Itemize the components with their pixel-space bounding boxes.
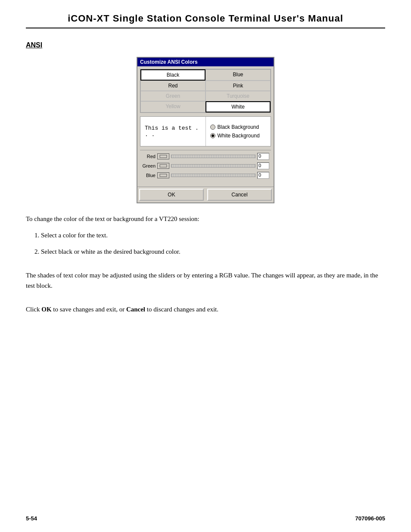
- green-label: Green: [142, 163, 156, 168]
- section-heading: ANSI: [26, 41, 385, 49]
- white-bg-option[interactable]: White Background: [210, 133, 267, 139]
- customize-ansi-dialog: Customize ANSI Colors Black Blue Red Pin…: [137, 57, 274, 203]
- page-footer: 5-54 707096-005: [26, 515, 385, 522]
- para-2: The shades of text color may be adjusted…: [26, 270, 385, 291]
- step-1: 1. Select a color for the text.: [34, 230, 385, 240]
- color-turquoise[interactable]: Turquoise: [206, 91, 271, 101]
- ok-button[interactable]: OK: [139, 189, 204, 201]
- slider-section: Red 0 Green 0: [140, 150, 271, 184]
- black-bg-option[interactable]: Black Background: [210, 124, 267, 130]
- dialog-buttons: OK Cancel: [137, 187, 274, 202]
- para3-cancel: Cancel: [126, 306, 145, 313]
- footer-left: 5-54: [26, 515, 37, 522]
- para3-ok: OK: [41, 306, 51, 313]
- preview-text: This is a test . . .: [140, 117, 206, 146]
- white-bg-label: White Background: [218, 133, 260, 139]
- red-slider-track[interactable]: [171, 155, 255, 158]
- para3-mid: to save changes and exit, or: [52, 306, 126, 313]
- dialog-titlebar: Customize ANSI Colors: [137, 58, 274, 66]
- blue-slider-row: Blue 0: [142, 172, 269, 179]
- color-pink[interactable]: Pink: [206, 81, 271, 91]
- white-bg-radio[interactable]: [210, 133, 215, 138]
- para3-prefix: Click: [26, 306, 41, 313]
- para-3: Click OK to save changes and exit, or Ca…: [26, 304, 385, 314]
- blue-label: Blue: [142, 173, 156, 178]
- color-green[interactable]: Green: [140, 91, 206, 101]
- red-value[interactable]: 0: [257, 153, 269, 160]
- svg-rect-2: [160, 174, 167, 177]
- svg-rect-1: [160, 165, 167, 167]
- blue-slider-track[interactable]: [171, 174, 255, 177]
- green-slider-track[interactable]: [171, 164, 255, 168]
- color-black[interactable]: Black: [140, 69, 206, 81]
- color-blue[interactable]: Blue: [206, 69, 271, 81]
- dialog-body: Black Blue Red Pink Green Turquoise Yell…: [137, 66, 274, 187]
- footer-right: 707096-005: [355, 515, 385, 522]
- color-red[interactable]: Red: [140, 81, 206, 91]
- blue-value[interactable]: 0: [257, 172, 269, 179]
- intro-text: To change the color of the text or backg…: [26, 214, 385, 224]
- cancel-button[interactable]: Cancel: [207, 189, 272, 201]
- color-grid: Black Blue Red Pink Green Turquoise Yell…: [140, 69, 271, 113]
- blue-slider-thumb[interactable]: [157, 172, 169, 178]
- svg-rect-0: [160, 155, 167, 158]
- green-value[interactable]: 0: [257, 162, 269, 169]
- para3-suffix: to discard changes and exit.: [145, 306, 218, 313]
- black-bg-label: Black Background: [218, 124, 259, 130]
- red-slider-thumb[interactable]: [157, 153, 169, 159]
- red-label: Red: [142, 154, 156, 159]
- page-title: iCON-XT Single Station Console Terminal …: [26, 13, 385, 28]
- color-white[interactable]: White: [206, 101, 271, 112]
- preview-options: Black Background White Background: [206, 117, 271, 146]
- preview-row: This is a test . . . Black Background Wh…: [140, 116, 271, 146]
- green-slider-thumb[interactable]: [157, 163, 169, 169]
- step-2: 2. Select black or white as the desired …: [34, 246, 385, 257]
- red-slider-row: Red 0: [142, 153, 269, 160]
- green-slider-row: Green 0: [142, 162, 269, 169]
- black-bg-radio[interactable]: [210, 124, 215, 130]
- color-yellow[interactable]: Yellow: [140, 101, 206, 112]
